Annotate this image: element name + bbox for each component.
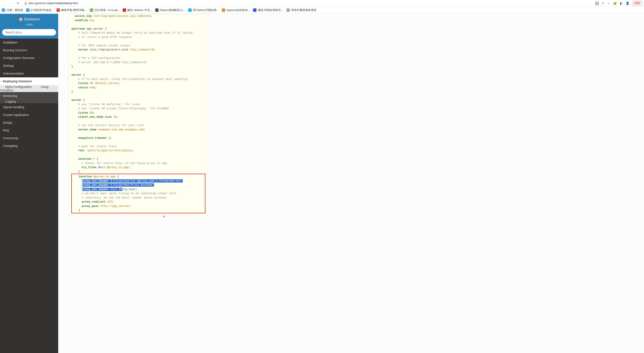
project-title[interactable]: 🏠Gunicorn xyxy=(2,17,56,22)
star-icon[interactable]: ☆ xyxy=(607,2,610,5)
nav-installation[interactable]: Installation xyxy=(0,38,58,46)
highlighted-proxy-block: location @proxy_to_app { proxy_set_heade… xyxy=(71,174,206,213)
extensions-icon[interactable]: 🧩 xyxy=(613,2,617,5)
sidepanel-icon[interactable]: ◧ xyxy=(620,2,623,5)
version-label: stable xyxy=(2,23,56,26)
search-wrap xyxy=(0,29,58,38)
lock-icon: 🔒 xyxy=(24,2,27,5)
bookmarks-bar: 注册 - 测试派 [计算机科学速成... 钢笔字帖-硬笔字帖... 后台登录 -… xyxy=(0,6,644,14)
nav-changelog[interactable]: Changelog xyxy=(0,142,58,150)
back-button[interactable]: ← xyxy=(2,1,7,6)
bookmark-item[interactable]: 钢笔字帖-硬笔字帖... xyxy=(56,8,87,12)
update-button[interactable]: 更新 xyxy=(632,1,642,6)
url-text: docs.gunicorn.org/en/stable/deploy.html xyxy=(29,2,78,5)
nav-settings[interactable]: Settings xyxy=(0,62,58,70)
nav-instrumentation[interactable]: Instrumentation xyxy=(0,70,58,77)
nav-deploying[interactable]: Deploying Gunicorn xyxy=(0,77,58,85)
main-content: access_log /var/log/nginx/access.log com… xyxy=(58,14,644,353)
nav-running[interactable]: Running Gunicorn xyxy=(0,46,58,54)
bookmark-item[interactable]: 注册 - 测试派 xyxy=(2,8,23,12)
bookmark-item[interactable]: 课堂-简单好用的互... xyxy=(253,8,284,12)
nav-deploying-children: Nginx Configuration Using Virtualenv xyxy=(0,85,58,92)
bookmark-item[interactable]: 用 Python可视化神... xyxy=(188,8,219,12)
sidebar: 🏠Gunicorn stable Installation Running Gu… xyxy=(0,14,58,353)
home-icon: 🏠 xyxy=(18,17,23,21)
selected-text: proxy_set_header X-Forwarded-For $proxy_… xyxy=(82,179,183,182)
cursor-icon: ↖ xyxy=(163,215,166,218)
selected-text: proxy_set_header X-Forwarded-Proto $sche… xyxy=(82,184,154,187)
bookmark-item[interactable]: Appium自动化Wi... xyxy=(222,8,250,12)
nav-monitoring[interactable]: Monitoring xyxy=(0,92,58,100)
bookmark-item[interactable]: 后台登录 - H-ui.ad... xyxy=(90,8,120,12)
nav-custom-app[interactable]: Custom Application xyxy=(0,111,58,119)
search-input[interactable] xyxy=(2,29,56,36)
translate-icon[interactable]: 🈳 xyxy=(595,2,599,5)
nav-config-overview[interactable]: Configuration Overview xyxy=(0,54,58,62)
address-bar[interactable]: 🔒 docs.gunicorn.org/en/stable/deploy.htm… xyxy=(22,1,593,5)
selected-text: proxy_set_header Host $h xyxy=(82,188,122,191)
bookmark-item[interactable]: [计算机科学速成... xyxy=(26,8,54,12)
profile-icon[interactable]: 👤 xyxy=(626,2,629,5)
browser-toolbar: ← → ⟳ 🔒 docs.gunicorn.org/en/stable/depl… xyxy=(0,0,644,6)
toolbar-right: 🈳 ⇪ ☆ 🧩 ◧ 👤 更新 xyxy=(595,1,642,6)
nav-faq[interactable]: FAQ xyxy=(0,126,58,134)
nav-design[interactable]: Design xyxy=(0,119,58,126)
reload-button[interactable]: ⟳ xyxy=(16,1,21,6)
forward-button[interactable]: → xyxy=(8,1,14,6)
bookmark-item[interactable]: 解决 Jenkins 中无... xyxy=(123,8,152,12)
nav-community[interactable]: Community xyxy=(0,134,58,142)
nav-monitoring-children: Logging xyxy=(0,100,58,103)
sidebar-header: 🏠Gunicorn stable xyxy=(0,14,58,29)
bookmark-item[interactable]: Pytest 源码解读 [1... xyxy=(155,8,185,12)
nginx-config-code[interactable]: access_log /var/log/nginx/access.log com… xyxy=(68,14,208,216)
share-icon[interactable]: ⇪ xyxy=(602,2,604,5)
sidebar-nav: Installation Running Gunicorn Configurat… xyxy=(0,38,58,353)
bookmark-item[interactable]: 登录柠檬班教务系统 xyxy=(286,8,316,12)
